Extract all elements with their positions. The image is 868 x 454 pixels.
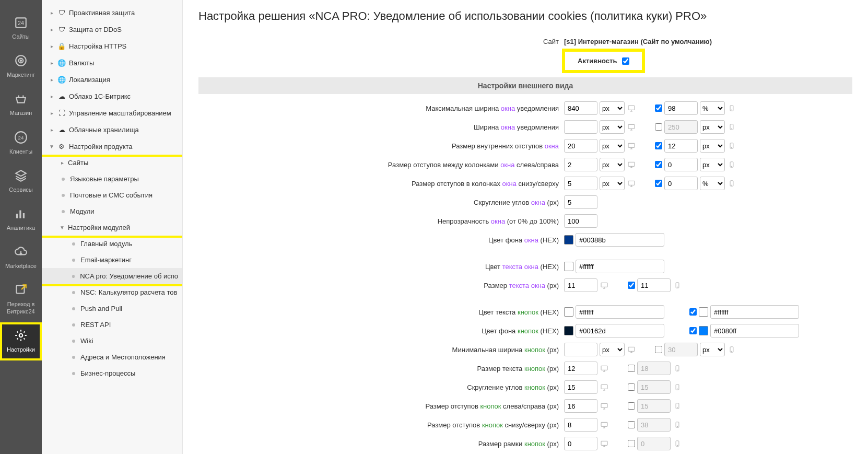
input-btn_border-b xyxy=(637,437,671,450)
input-bg[interactable] xyxy=(576,233,664,247)
tree-label: Сайты xyxy=(68,159,88,167)
enable-pad-b[interactable] xyxy=(655,142,662,149)
tree-label: Управление масштабированием xyxy=(69,109,171,117)
enable-width-b[interactable] xyxy=(655,123,662,131)
input-btn_txt_color-b[interactable] xyxy=(710,305,799,319)
input-btn_txt_size-a[interactable] xyxy=(564,362,597,375)
input-btn_border-a[interactable] xyxy=(564,437,597,450)
tree-module-item[interactable]: Wiki xyxy=(42,333,182,349)
rail-clients[interactable]: 24 Клиенты xyxy=(0,124,42,162)
input-col_lr-b[interactable] xyxy=(664,158,698,171)
enable-txt_size-b[interactable] xyxy=(628,282,635,289)
unit-max_w-b[interactable]: px% xyxy=(700,101,725,115)
tree-module-item[interactable]: NCA pro: Уведомление об испо xyxy=(42,268,182,284)
tree-item[interactable]: ▸Сайты xyxy=(42,155,182,171)
rail-marketplace[interactable]: Marketplace xyxy=(0,239,42,277)
tree-item[interactable]: ▸☁Облачные хранилища xyxy=(42,121,182,138)
label-btn_txt_color: Цвет текста кнопок (HEX) xyxy=(198,308,564,316)
tree-module-item[interactable]: NSC: Калькулятор расчета тов xyxy=(42,284,182,300)
tree-item[interactable]: Модули xyxy=(42,203,182,219)
tree-item[interactable]: Языковые параметры xyxy=(42,171,182,187)
input-txt_size-a[interactable] xyxy=(564,278,597,292)
unit-col_lr-a[interactable]: px% xyxy=(600,158,625,171)
tree-product-settings[interactable]: ▼ ⚙ Настройки продукта xyxy=(42,138,182,155)
enable-btn_pad_lr-b[interactable] xyxy=(628,402,635,410)
input-radius[interactable] xyxy=(564,195,597,209)
tree-module-item[interactable]: Адреса и Местоположения xyxy=(42,349,182,365)
input-opacity[interactable] xyxy=(564,214,597,228)
enable-btn_txt_size-b[interactable] xyxy=(628,365,635,372)
tree-module-settings[interactable]: ▼ Настройки модулей xyxy=(42,219,182,236)
input-col_lr-a[interactable] xyxy=(564,158,597,171)
enable-btn_pad_tb-b[interactable] xyxy=(628,421,635,428)
input-btn_minw-a[interactable] xyxy=(564,343,597,356)
bullet-icon xyxy=(62,178,65,181)
input-col_tb-b[interactable] xyxy=(664,177,698,190)
tree-sidebar: ▸🛡Проактивная защита▸🛡Защита от DDoS▸🔒На… xyxy=(42,0,183,454)
unit-col_tb-b[interactable]: px% xyxy=(700,177,725,190)
tree-item[interactable]: ▸⛶Управление масштабированием xyxy=(42,104,182,121)
site-label: Сайт xyxy=(198,38,564,45)
unit-pad-a[interactable]: px% xyxy=(600,139,625,153)
tree-module-item[interactable]: Push and Pull xyxy=(42,300,182,317)
swatch-btn_bg-b[interactable] xyxy=(699,326,708,335)
input-btn_txt_color-a[interactable] xyxy=(576,305,664,319)
active-checkbox[interactable] xyxy=(622,57,629,65)
rail-sites[interactable]: 24 Сайты xyxy=(0,9,42,48)
tree-module-item[interactable]: REST API xyxy=(42,317,182,333)
input-btn_radius-a[interactable] xyxy=(564,380,597,394)
input-pad-a[interactable] xyxy=(564,139,597,153)
tree-item[interactable]: ▸🌐Локализация xyxy=(42,71,182,88)
unit-max_w-a[interactable]: px% xyxy=(600,101,625,115)
tree-item[interactable]: Почтовые и СМС события xyxy=(42,187,182,203)
enable-btn_border-b[interactable] xyxy=(628,440,635,447)
rail-shop[interactable]: Магазин xyxy=(0,86,42,124)
enable-col_lr-b[interactable] xyxy=(655,161,662,168)
input-btn_bg-b[interactable] xyxy=(710,324,799,337)
input-col_tb-a[interactable] xyxy=(564,177,597,190)
input-btn_pad_tb-a[interactable] xyxy=(564,418,597,432)
tree-item[interactable]: ▸🔒Настройка HTTPS xyxy=(42,38,182,54)
input-btn_pad_lr-a[interactable] xyxy=(564,399,597,413)
input-max_w-a[interactable] xyxy=(564,101,597,115)
tree-item[interactable]: ▸☁Облако 1С-Битрикс xyxy=(42,88,182,104)
svg-point-20 xyxy=(731,166,732,167)
unit-btn_minw-b[interactable]: px% xyxy=(700,343,725,356)
enable-max_w-b[interactable] xyxy=(655,104,662,112)
tree-module-item[interactable]: Бизнес-процессы xyxy=(42,365,182,381)
tree-module-item[interactable]: Email-маркетинг xyxy=(42,252,182,268)
tree-item[interactable]: ▸🛡Защита от DDoS xyxy=(42,21,182,38)
swatch-txt_color[interactable] xyxy=(564,262,573,271)
swatch-btn_txt_color-a[interactable] xyxy=(564,307,573,317)
unit-btn_minw-a[interactable]: px% xyxy=(600,343,625,356)
tree-item[interactable]: ▸🛡Проактивная защита xyxy=(42,4,182,21)
tree-module-item[interactable]: Главный модуль xyxy=(42,236,182,252)
rail-b24[interactable]: Переход в Битрикс24 xyxy=(0,277,42,322)
rail-marketing[interactable]: Маркетинг xyxy=(0,48,42,86)
input-pad-b[interactable] xyxy=(664,139,698,153)
rail-analytics[interactable]: Аналитика xyxy=(0,201,42,239)
unit-col_lr-b[interactable]: px% xyxy=(700,158,725,171)
enable-btn_bg-b[interactable] xyxy=(689,327,697,334)
input-btn_bg-a[interactable] xyxy=(576,324,664,337)
input-width-a[interactable] xyxy=(564,120,597,134)
unit-pad-b[interactable]: px% xyxy=(700,139,725,153)
swatch-btn_bg-a[interactable] xyxy=(564,326,573,335)
rail-settings[interactable]: Настройки xyxy=(0,322,42,360)
unit-col_tb-a[interactable]: px% xyxy=(600,177,625,190)
unit-width-a[interactable]: px% xyxy=(600,120,625,134)
rail-services[interactable]: Сервисы xyxy=(0,162,42,201)
enable-col_tb-b[interactable] xyxy=(655,180,662,187)
enable-btn_minw-b[interactable] xyxy=(655,346,662,353)
swatch-btn_txt_color-b[interactable] xyxy=(699,307,708,317)
tree-item[interactable]: ▸🌐Валюты xyxy=(42,54,182,71)
input-txt_size-b[interactable] xyxy=(637,278,671,292)
input-txt_color[interactable] xyxy=(576,260,664,273)
input-max_w-b[interactable] xyxy=(664,101,698,115)
tree-label: Настройки модулей xyxy=(68,224,130,231)
enable-btn_radius-b[interactable] xyxy=(628,383,635,391)
unit-width-b[interactable]: px% xyxy=(700,120,725,134)
enable-btn_txt_color-b[interactable] xyxy=(689,308,697,316)
swatch-bg[interactable] xyxy=(564,235,573,245)
chevron-right-icon: ▸ xyxy=(49,27,54,32)
